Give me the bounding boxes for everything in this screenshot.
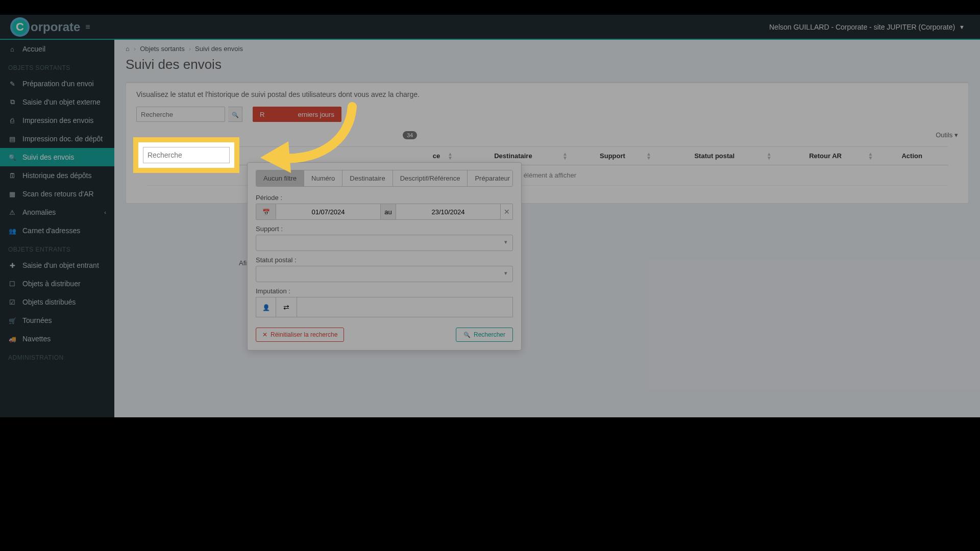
sidebar-item-distribues[interactable]: Objets distribués: [0, 293, 114, 311]
sidebar-item-label: Historique des dépôts: [22, 171, 91, 180]
home-icon: [8, 45, 16, 53]
search-button[interactable]: [228, 107, 242, 122]
date-separator: au: [381, 204, 396, 220]
sidebar-item-label: Saisie d'un objet externe: [22, 98, 101, 106]
users-icon: [8, 227, 16, 235]
sidebar-item-scan-retours[interactable]: Scan des retours d'AR: [0, 185, 114, 203]
filter-tab-numero[interactable]: Numéro: [304, 170, 342, 186]
print-icon: [8, 117, 16, 124]
col-label: ce: [433, 152, 440, 160]
sidebar-item-suivi-envois[interactable]: Suivi des envois: [0, 148, 114, 166]
close-icon: [262, 331, 267, 338]
clear-date-button[interactable]: [501, 204, 513, 220]
filter-tab-none[interactable]: Aucun filtre: [256, 170, 304, 186]
topbar: C orporate ≡ Nelson GUILLARD - Corporate…: [0, 15, 980, 40]
square-icon: [8, 280, 16, 288]
imputation-cycle-button[interactable]: [276, 297, 297, 317]
calendar-icon: [8, 172, 16, 180]
support-label: Support :: [256, 225, 513, 233]
breadcrumb-item[interactable]: Objets sortants: [140, 45, 184, 53]
truck-icon: [8, 335, 16, 343]
sidebar-item-preparation[interactable]: Préparation d'un envoi: [0, 74, 114, 93]
sidebar-item-carnet[interactable]: Carnet d'adresses: [0, 221, 114, 240]
count-badge: 34: [403, 131, 417, 139]
filter-tab-descriptif[interactable]: Descriptif/Référence: [393, 170, 468, 186]
sidebar-item-historique[interactable]: Historique des dépôts: [0, 166, 114, 185]
sidebar-item-a-distribuer[interactable]: Objets à distribuer: [0, 274, 114, 293]
period-label: Période :: [256, 194, 513, 202]
user-menu[interactable]: Nelson GUILLARD - Corporate - site JUPIT…: [769, 23, 980, 31]
breadcrumb: › Objets sortants › Suivi des envois: [114, 40, 980, 55]
status-label: Statut postal :: [256, 256, 513, 264]
support-select[interactable]: [256, 235, 513, 251]
scan-icon: [8, 190, 16, 198]
check-icon: [8, 298, 16, 306]
sidebar-item-label: Suivi des envois: [22, 153, 74, 161]
search-input[interactable]: [136, 107, 225, 122]
sidebar-item-impression-doc[interactable]: Impression doc. de dépôt: [0, 130, 114, 148]
date-from-input[interactable]: [276, 204, 381, 220]
intro-text: Visualisez le statut et l'historique de …: [136, 90, 958, 98]
imputation-user-button[interactable]: [256, 297, 276, 317]
sort-icon: ▲▼: [448, 152, 453, 160]
chevron-left-icon: ‹: [104, 209, 106, 215]
sort-icon: ▲▼: [646, 152, 651, 160]
sidebar-item-navettes[interactable]: Navettes: [0, 330, 114, 348]
cycle-icon: [283, 303, 289, 311]
table-header[interactable]: Statut postal▲▼: [654, 147, 775, 165]
pencil-icon: [8, 80, 16, 88]
search-icon: [232, 111, 239, 118]
status-select[interactable]: [256, 266, 513, 282]
date-to-input[interactable]: [396, 204, 501, 220]
sidebar-item-label: Impression doc. de dépôt: [22, 135, 103, 143]
sidebar-item-saisie-externe[interactable]: Saisie d'un objet externe: [0, 93, 114, 111]
hamburger-icon[interactable]: ≡: [85, 22, 90, 32]
filter-tabs: Aucun filtre Numéro Destinataire Descrip…: [256, 170, 513, 187]
breadcrumb-sep: ›: [134, 45, 136, 53]
sidebar-item-label: Carnet d'adresses: [22, 227, 80, 235]
breadcrumb-home-icon[interactable]: [126, 45, 130, 53]
filter-tab-preparateur[interactable]: Préparateur: [468, 170, 513, 186]
sidebar-item-tournees[interactable]: Tournées: [0, 311, 114, 330]
sidebar: Accueil OBJETS SORTANTS Préparation d'un…: [0, 40, 114, 417]
breadcrumb-item[interactable]: Suivi des envois: [195, 45, 243, 53]
sidebar-item-label: Navettes: [22, 335, 51, 343]
sidebar-item-label: Saisie d'un objet entrant: [22, 261, 99, 269]
sidebar-item-label: Scan des retours d'AR: [22, 190, 94, 198]
sidebar-section-objets-entrants: OBJETS ENTRANTS: [0, 240, 114, 256]
calendar-button[interactable]: [256, 204, 276, 220]
reset-label: Réinitialiser la recherche: [271, 331, 337, 338]
sidebar-item-label: Anomalies: [22, 208, 56, 216]
main-content: › Objets sortants › Suivi des envois Sui…: [114, 40, 980, 417]
imputation-input[interactable]: [297, 297, 513, 317]
sidebar-item-label: Tournées: [22, 316, 52, 324]
sidebar-item-label: Impression des envois: [22, 116, 93, 124]
col-label: Statut postal: [694, 152, 734, 160]
recent-days-button[interactable]: R erniers jours: [253, 107, 341, 122]
brand-logo[interactable]: C orporate: [10, 17, 80, 37]
filter-tab-destinataire[interactable]: Destinataire: [342, 170, 393, 186]
table-header[interactable]: Support▲▼: [571, 147, 654, 165]
external-icon: [8, 98, 16, 106]
imputation-label: Imputation :: [256, 287, 513, 295]
user-line: Nelson GUILLARD - Corporate - site JUPIT…: [769, 23, 955, 31]
search-icon: [8, 154, 16, 161]
do-search-button[interactable]: Rechercher: [456, 328, 513, 342]
table-header: Action: [876, 147, 948, 165]
sidebar-item-label: Préparation d'un envoi: [22, 80, 94, 88]
brand-name: orporate: [31, 20, 80, 34]
close-icon: [504, 208, 510, 216]
reset-search-button[interactable]: Réinitialiser la recherche: [256, 328, 344, 342]
table-header[interactable]: Retour AR▲▼: [775, 147, 876, 165]
sidebar-item-impression-envois[interactable]: Impression des envois: [0, 111, 114, 130]
tools-label: Outils: [936, 131, 952, 139]
sort-icon: ▲▼: [767, 152, 772, 160]
tools-dropdown[interactable]: Outils ▾: [936, 131, 958, 139]
sidebar-item-accueil[interactable]: Accueil: [0, 40, 114, 58]
cart-icon: [8, 317, 16, 324]
col-label: Destinataire: [494, 152, 532, 160]
sidebar-item-saisie-entrant[interactable]: Saisie d'un objet entrant: [0, 256, 114, 274]
sidebar-item-anomalies[interactable]: Anomalies ‹: [0, 203, 114, 221]
warning-icon: [8, 209, 16, 216]
chevron-down-icon: ▼: [959, 24, 965, 30]
